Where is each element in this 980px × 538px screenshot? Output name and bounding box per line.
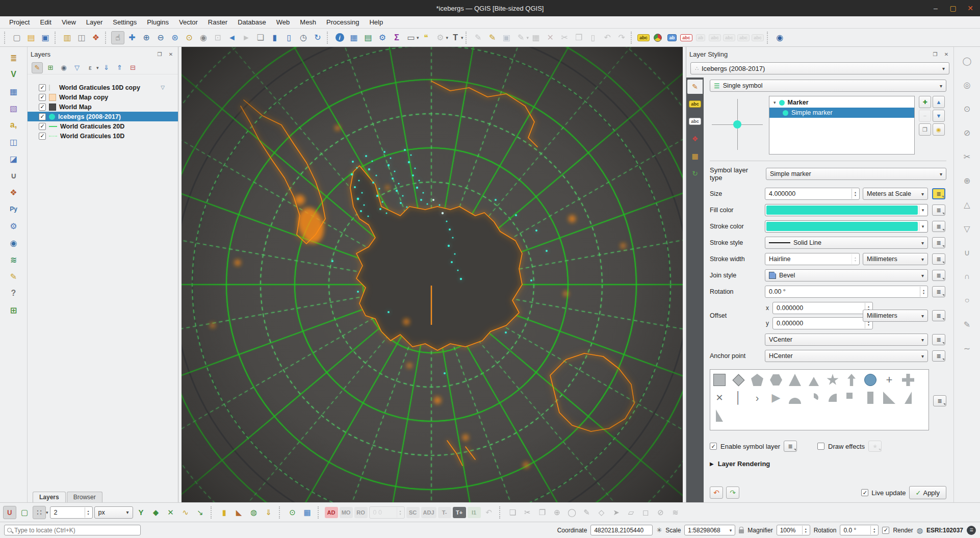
db-manager-icon[interactable]: ≋ bbox=[7, 253, 21, 266]
menu-database[interactable]: Database bbox=[233, 17, 271, 27]
expand-all-icon[interactable]: ⇓ bbox=[101, 62, 112, 73]
pan-to-selection-icon[interactable]: ✚ bbox=[125, 31, 139, 44]
add-group-icon[interactable]: ⊞ bbox=[45, 62, 56, 73]
scale-combo[interactable]: 1:58298068 ▾ bbox=[684, 525, 735, 535]
text-annotation-icon[interactable]: T bbox=[449, 31, 462, 44]
advanced-digitizing-badge[interactable]: AD bbox=[325, 507, 338, 518]
styling-layer-selector[interactable]: ∴ Icebergs (2008-2017) ▾ bbox=[690, 62, 949, 74]
draw-effects-button[interactable]: ★ bbox=[868, 441, 882, 452]
data-source-manager-icon[interactable]: ≣ bbox=[7, 51, 21, 64]
layer-checkbox[interactable]: ✓ bbox=[39, 84, 46, 91]
shape-data-defined-override-button[interactable]: ≣ bbox=[933, 395, 946, 406]
t-plus-badge[interactable]: T+ bbox=[453, 507, 466, 518]
layer-checkbox[interactable]: ✓ bbox=[39, 104, 46, 111]
new-layer-icon[interactable]: ⊞ bbox=[7, 303, 21, 317]
spinner-arrows[interactable]: ▴▾ bbox=[397, 507, 404, 518]
layer-row-graticules-10d-copy[interactable]: ✓ World Graticules 10D copy ▽ bbox=[28, 83, 178, 92]
new-project-icon[interactable]: ▢ bbox=[10, 31, 23, 44]
tab-symbology[interactable]: ✎ bbox=[687, 80, 703, 94]
expander-icon[interactable]: ▶ bbox=[710, 461, 714, 467]
annotation-tool-12-icon[interactable]: ≋ bbox=[669, 506, 682, 519]
magnifier-input[interactable]: 100% ▴▾ bbox=[777, 525, 810, 535]
ellipse-icon[interactable]: ⊘ bbox=[961, 126, 974, 139]
delete-selected-icon[interactable]: ✕ bbox=[544, 31, 557, 44]
menu-mesh[interactable]: Mesh bbox=[295, 17, 321, 27]
layer-labeling-icon[interactable]: abc bbox=[637, 31, 650, 44]
size-input[interactable]: 4.000000 ▴▾ bbox=[765, 188, 860, 200]
rotate-label-icon[interactable]: abc bbox=[723, 31, 736, 44]
zoom-full-icon[interactable]: ⊛ bbox=[168, 31, 182, 44]
toolbar-handle[interactable] bbox=[318, 506, 321, 519]
annotation-pen-icon[interactable]: ✎ bbox=[7, 270, 21, 283]
menu-layer[interactable]: Layer bbox=[81, 17, 108, 27]
self-snapping-icon[interactable]: ✕ bbox=[164, 506, 177, 519]
spinner-arrows[interactable]: ▴▾ bbox=[870, 526, 878, 534]
add-delimited-text-layer-icon[interactable]: a, bbox=[7, 118, 21, 132]
temporal-controller-icon[interactable]: ◷ bbox=[297, 31, 310, 44]
toolbar-handle[interactable] bbox=[279, 506, 282, 519]
close-button[interactable]: ✕ bbox=[966, 4, 975, 13]
add-symbol-layer-button[interactable]: ✚ bbox=[919, 96, 931, 108]
show-bookmarks-icon[interactable]: ▯ bbox=[282, 31, 296, 44]
annotation-tool-4-icon[interactable]: ⊕ bbox=[551, 506, 564, 519]
layer-checkbox[interactable]: ✓ bbox=[39, 94, 46, 101]
processing-toolbox-icon[interactable]: ⚙ bbox=[376, 31, 389, 44]
style-manager-icon[interactable]: ❖ bbox=[89, 31, 102, 44]
show-hide-labels-icon[interactable]: ab bbox=[694, 31, 707, 44]
menu-view[interactable]: View bbox=[57, 17, 81, 27]
measure-dropdown-icon[interactable]: ▾ bbox=[417, 35, 419, 40]
stroke-style-data-defined-override-button[interactable]: ≣ bbox=[932, 237, 945, 248]
statistical-summary-icon[interactable]: Σ bbox=[390, 31, 403, 44]
statistics-icon[interactable]: ▤ bbox=[362, 31, 375, 44]
shape-third-circle[interactable] bbox=[808, 392, 820, 404]
snap-intersection-icon[interactable]: ◆ bbox=[149, 506, 163, 519]
add-mesh-layer-icon[interactable]: ▧ bbox=[7, 101, 21, 115]
modify-attributes-icon[interactable]: ▦ bbox=[529, 31, 543, 44]
apply-button[interactable]: ✓ Apply bbox=[909, 486, 946, 499]
offset-curve-icon[interactable]: ○ bbox=[961, 294, 974, 307]
shape-square[interactable] bbox=[713, 374, 726, 386]
measure-icon[interactable]: ▭ bbox=[404, 31, 418, 44]
panel-close-icon[interactable]: ✕ bbox=[942, 50, 950, 58]
rotation-data-defined-override-button[interactable]: ≣ bbox=[932, 286, 945, 297]
fill-color-button[interactable]: ▾ bbox=[765, 204, 928, 216]
snap-tolerance-input[interactable]: 2 ▴▾ bbox=[50, 506, 93, 519]
size-data-defined-override-button[interactable]: ≣ bbox=[932, 188, 945, 199]
layer-row-graticules-20d[interactable]: ✓ World Graticules 20D bbox=[28, 121, 178, 131]
stroke-width-unit-combo[interactable]: Millimeters ▾ bbox=[863, 253, 928, 265]
symbol-layer-type-combo[interactable]: Simple marker ▾ bbox=[766, 168, 946, 180]
layer-label[interactable]: Icebergs (2008-2017) bbox=[58, 113, 121, 120]
anchor-hcenter-combo[interactable]: HCenter ▾ bbox=[765, 350, 928, 362]
cut-features-icon[interactable]: ✂ bbox=[558, 31, 571, 44]
add-postgis-layer-icon[interactable]: ◫ bbox=[7, 135, 21, 148]
menu-project[interactable]: Project bbox=[4, 17, 35, 27]
lock-colors-button[interactable]: ◉ bbox=[933, 123, 945, 136]
python-console-icon[interactable]: Py bbox=[7, 202, 21, 216]
snap-mode-icon[interactable]: ∷ bbox=[33, 506, 46, 519]
layer-row-icebergs[interactable]: ✓ Icebergs (2008-2017) bbox=[28, 112, 178, 121]
stroke-width-input[interactable]: Hairline ▴▾ bbox=[765, 253, 860, 265]
shape-arrowhead[interactable]: › bbox=[751, 392, 763, 404]
shape-cross2[interactable]: ✕ bbox=[713, 392, 726, 404]
layer-row-world-map[interactable]: ✓ World Map bbox=[28, 102, 178, 112]
enable-snapping-icon[interactable]: ⊃ bbox=[3, 506, 16, 519]
refresh-icon[interactable]: ↻ bbox=[311, 31, 324, 44]
stroke-color-button[interactable]: ▾ bbox=[765, 220, 928, 233]
layer-row-graticules-10d[interactable]: ✓ World Graticules 10D bbox=[28, 131, 178, 141]
filter-expression-dropdown-icon[interactable]: ▾ bbox=[96, 65, 99, 70]
tab-diagrams[interactable]: ▦ bbox=[687, 149, 703, 163]
mo-badge[interactable]: MO bbox=[340, 507, 353, 518]
layout-manager-icon[interactable]: ◫ bbox=[75, 31, 88, 44]
new-bookmark-icon[interactable]: ▮ bbox=[268, 31, 281, 44]
toolbar-handle[interactable] bbox=[466, 32, 469, 44]
circle-center-icon[interactable]: ⊙ bbox=[961, 102, 974, 115]
panel-float-icon[interactable]: ❐ bbox=[931, 50, 939, 58]
crs-globe-icon[interactable]: ◍ bbox=[917, 526, 923, 534]
annotation-tool-5-icon[interactable]: ◯ bbox=[565, 506, 579, 519]
anchor-h-data-defined-override-button[interactable]: ≣ bbox=[932, 350, 945, 362]
annotation-tool-1-icon[interactable]: ❏ bbox=[506, 506, 520, 519]
menu-edit[interactable]: Edit bbox=[35, 17, 56, 27]
attribute-table-icon[interactable]: ▦ bbox=[347, 31, 360, 44]
menu-raster[interactable]: Raster bbox=[203, 17, 233, 27]
shape-cross[interactable]: + bbox=[883, 374, 895, 386]
